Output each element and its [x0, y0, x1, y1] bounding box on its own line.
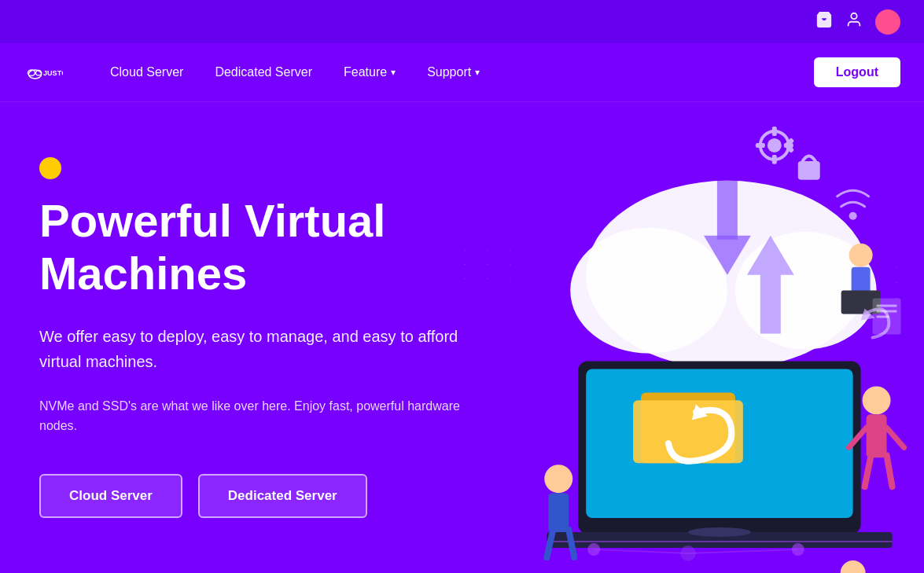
hero-illustration — [436, 102, 924, 573]
svg-text:JUSTG: JUSTG — [43, 69, 63, 77]
svg-point-38 — [841, 560, 866, 573]
nav-dedicated-server[interactable]: Dedicated Server — [215, 65, 312, 79]
svg-line-31 — [865, 455, 871, 487]
svg-line-32 — [887, 455, 893, 487]
dedicated-server-button[interactable]: Dedicated Server — [198, 474, 367, 518]
nav-cloud-server[interactable]: Cloud Server — [110, 65, 183, 79]
svg-line-34 — [887, 428, 904, 447]
hero-title: Powerful Virtual Machines — [39, 195, 495, 299]
svg-point-6 — [570, 228, 727, 354]
svg-rect-52 — [877, 305, 897, 307]
svg-rect-26 — [548, 493, 569, 532]
svg-rect-30 — [867, 414, 887, 457]
avatar[interactable] — [875, 9, 900, 35]
svg-point-35 — [849, 244, 873, 267]
svg-rect-43 — [772, 155, 777, 164]
hero-dot-decoration — [39, 157, 61, 179]
cloud-server-button[interactable]: Cloud Server — [39, 474, 182, 518]
logo[interactable]: JUSTG — [24, 57, 63, 88]
svg-line-23 — [594, 549, 688, 553]
logout-button[interactable]: Logout — [814, 57, 900, 87]
nav-feature[interactable]: Feature ▾ — [344, 65, 396, 79]
user-icon[interactable] — [845, 11, 863, 32]
svg-point-49 — [849, 212, 857, 220]
svg-rect-42 — [772, 127, 777, 136]
svg-point-0 — [851, 13, 856, 19]
nav-links: Cloud Server Dedicated Server Feature ▾ … — [110, 65, 814, 79]
svg-point-25 — [544, 465, 572, 493]
hero-content: Powerful Virtual Machines We offer easy … — [39, 157, 495, 518]
nav-support[interactable]: Support ▾ — [427, 65, 480, 79]
svg-line-24 — [688, 549, 798, 553]
cart-icon[interactable] — [815, 11, 833, 32]
chevron-down-icon: ▾ — [475, 67, 480, 78]
svg-rect-53 — [877, 310, 897, 313]
hero-buttons: Cloud Server Dedicated Server — [39, 474, 495, 518]
svg-rect-48 — [798, 161, 820, 180]
svg-rect-54 — [877, 316, 889, 318]
svg-rect-9 — [717, 181, 738, 240]
hero-section: Powerful Virtual Machines We offer easy … — [0, 102, 924, 573]
svg-point-18 — [688, 527, 751, 537]
navbar: JUSTG Cloud Server Dedicated Server Feat… — [0, 43, 924, 102]
hero-subtitle: We offer easy to deploy, easy to manage,… — [39, 324, 495, 374]
svg-point-29 — [863, 386, 891, 414]
svg-point-41 — [768, 138, 782, 152]
top-bar — [0, 0, 924, 43]
svg-rect-11 — [760, 275, 781, 334]
chevron-down-icon: ▾ — [391, 67, 396, 78]
svg-rect-15 — [633, 400, 743, 463]
svg-rect-45 — [756, 143, 765, 148]
hero-description: NVMe and SSD's are what we like over her… — [39, 396, 495, 436]
